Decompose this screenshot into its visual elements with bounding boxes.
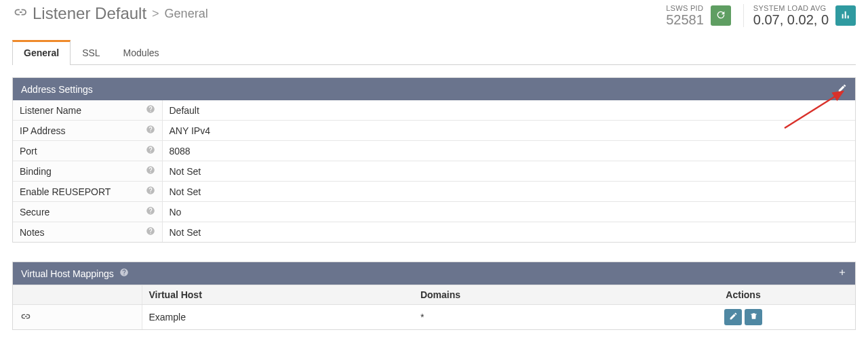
stat-load-value: 0.07, 0.02, 0	[753, 12, 829, 27]
bar-chart-icon	[840, 9, 851, 22]
row-value: Not Set	[162, 161, 855, 182]
stats-button[interactable]	[835, 5, 856, 26]
help-icon[interactable]	[146, 186, 155, 197]
breadcrumb-separator: >	[152, 7, 159, 21]
plus-icon	[837, 268, 847, 279]
restart-button[interactable]	[711, 5, 731, 26]
stat-load-label: SYSTEM LOAD AVG	[753, 4, 829, 12]
row-value: Default	[162, 100, 855, 121]
add-vhost-mapping-button[interactable]	[837, 268, 847, 279]
row-label: Listener Name	[20, 105, 81, 116]
help-icon[interactable]	[146, 104, 155, 116]
panel-vhost-mappings: Virtual Host Mappings Virtual Host Domai…	[12, 262, 856, 330]
stat-pid-label: LSWS PID	[666, 4, 704, 12]
edit-mapping-button[interactable]	[724, 309, 742, 325]
row-label: IP Address	[20, 125, 65, 136]
tab-ssl[interactable]: SSL	[71, 40, 111, 65]
panel-address-settings: Address Settings Listener NameDefaultIP …	[12, 77, 856, 243]
table-row: SecureNo	[13, 202, 855, 222]
cell-vhost: Example	[142, 305, 414, 330]
vhost-mappings-table: Virtual Host Domains Actions Example*	[13, 285, 855, 329]
page-title-main: Listener Default	[33, 4, 146, 23]
help-icon[interactable]	[146, 206, 155, 218]
row-value: Not Set	[162, 222, 855, 243]
tab-general[interactable]: General	[12, 40, 71, 65]
row-value: ANY IPv4	[162, 121, 855, 141]
row-label: Secure	[20, 207, 50, 218]
table-row: IP AddressANY IPv4	[13, 121, 855, 141]
edit-icon	[837, 83, 847, 95]
help-icon[interactable]	[119, 268, 129, 279]
col-domains: Domains	[414, 285, 631, 305]
address-settings-table: Listener NameDefaultIP AddressANY IPv4Po…	[13, 100, 855, 242]
row-label: Enable REUSEPORT	[20, 186, 111, 197]
edit-icon	[729, 312, 738, 323]
stat-system-load: SYSTEM LOAD AVG 0.07, 0.02, 0	[743, 4, 856, 27]
refresh-icon	[715, 9, 726, 22]
row-label: Port	[20, 146, 37, 157]
row-label: Binding	[20, 166, 52, 177]
table-row: Port8088	[13, 141, 855, 161]
row-value: Not Set	[162, 182, 855, 202]
stat-pid-value: 52581	[666, 12, 704, 27]
link-icon	[20, 313, 31, 324]
breadcrumb: Listener Default > General	[12, 4, 208, 23]
page-title-sub: General	[165, 7, 208, 21]
tabs: General SSL Modules	[12, 39, 856, 65]
cell-domains: *	[414, 305, 631, 330]
row-label: Notes	[20, 227, 45, 238]
help-icon[interactable]	[146, 165, 155, 177]
table-row: Example*	[13, 305, 855, 330]
row-value: No	[162, 202, 855, 222]
edit-address-settings-button[interactable]	[837, 83, 847, 95]
table-row: NotesNot Set	[13, 222, 855, 243]
delete-mapping-button[interactable]	[745, 309, 762, 325]
help-icon[interactable]	[146, 145, 155, 157]
tab-modules[interactable]: Modules	[112, 40, 171, 65]
stat-lsws-pid: LSWS PID 52581	[656, 4, 731, 27]
help-icon[interactable]	[146, 125, 155, 136]
row-value: 8088	[162, 141, 855, 161]
col-vhost: Virtual Host	[142, 285, 414, 305]
trash-icon	[749, 312, 758, 323]
help-icon[interactable]	[146, 226, 155, 238]
table-row: BindingNot Set	[13, 161, 855, 182]
table-row: Enable REUSEPORTNot Set	[13, 182, 855, 202]
col-actions: Actions	[631, 285, 855, 305]
link-icon	[12, 5, 27, 23]
table-row: Listener NameDefault	[13, 100, 855, 121]
panel-title: Virtual Host Mappings	[21, 268, 114, 279]
panel-title: Address Settings	[21, 84, 93, 95]
